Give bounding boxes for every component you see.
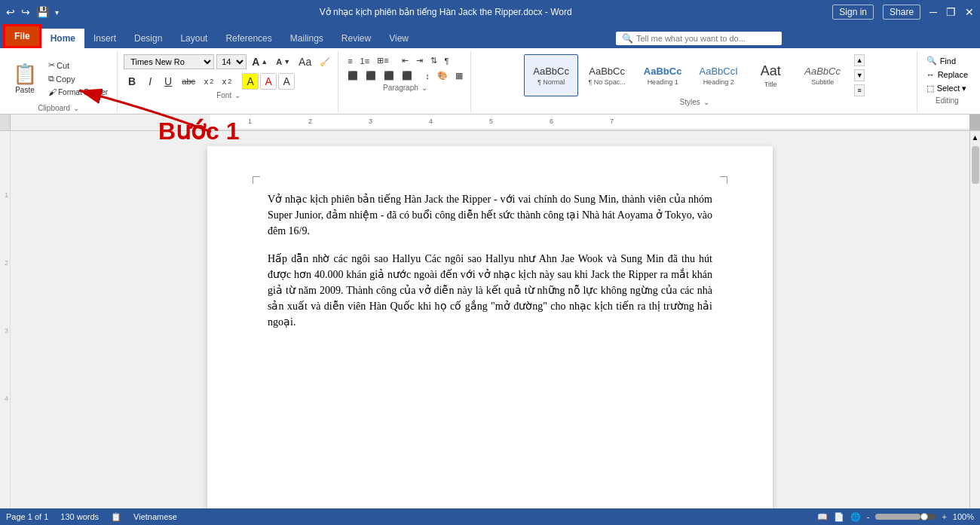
minimize-icon[interactable]: ─ [929,6,937,18]
undo-icon[interactable]: ↩ [6,6,15,18]
font-expand-icon[interactable]: ⌄ [234,91,240,99]
ribbon-search-input[interactable] [636,34,776,43]
clipboard-items: 📋 Paste ✂ Cut ⧉ Copy 🖌 Format Painter [6,54,111,102]
style-heading1[interactable]: AaBbCc Heading 1 [635,54,690,96]
styles-scroll-down[interactable]: ▼ [854,69,865,81]
line-spacing-button[interactable]: ↕ [422,70,433,82]
strikethrough-button[interactable]: abc [178,73,199,90]
svg-text:2: 2 [308,118,312,125]
paragraph-1: Vở nhạc kịch phiên bản tiếng Hàn Jack th… [268,191,712,239]
tab-layout[interactable]: Layout [171,29,216,48]
doc-page-area: Vở nhạc kịch phiên bản tiếng Hàn Jack th… [11,131,969,525]
change-case-button[interactable]: Aa [296,54,314,69]
align-center-button[interactable]: ⬛ [363,69,379,82]
copy-button[interactable]: ⧉ Copy [45,72,111,85]
sort-button[interactable]: ⇅ [427,54,440,67]
document-page[interactable]: Vở nhạc kịch phiên bản tiếng Hàn Jack th… [207,146,773,523]
numbering-button[interactable]: 1≡ [357,55,373,67]
format-painter-icon: 🖌 [48,87,57,96]
group-font: Times New Ro 14 A ▲ A ▼ Aa [119,51,338,112]
search-icon: 🔍 [622,33,633,44]
scroll-up-arrow[interactable]: ▲ [970,131,981,143]
view-read-icon[interactable]: 📖 [817,512,828,522]
replace-button[interactable]: ↔ Replace [923,69,971,81]
select-icon: ⬚ [926,84,934,93]
select-button[interactable]: ⬚ Select ▾ [923,82,971,95]
close-icon[interactable]: ✕ [965,6,974,18]
clipboard-expand-icon[interactable]: ⌄ [73,104,79,112]
font-family-select[interactable]: Times New Ro [124,54,214,69]
paste-button[interactable]: 📋 Paste [6,54,44,102]
view-web-icon[interactable]: 🌐 [850,512,861,522]
grow-icon: A [252,56,259,68]
styles-scroll-up[interactable]: ▲ [854,54,865,66]
shading-button[interactable]: 🎨 [434,69,451,82]
text-highlight-button[interactable]: A [242,73,259,90]
zoom-slider-thumb[interactable] [920,513,928,520]
multilevel-button[interactable]: ⊞≡ [374,54,391,67]
sign-in-btn[interactable]: Sign in [832,5,874,20]
shrink-font-button[interactable]: A ▼ [273,56,293,68]
font-group-label: Font ⌄ [124,91,333,99]
select-label: Select ▾ [937,84,967,93]
group-clipboard: 📋 Paste ✂ Cut ⧉ Copy 🖌 Format Painter [3,51,118,112]
subscript-button[interactable]: x2 [201,73,217,90]
increase-indent-button[interactable]: ⇥ [413,54,426,67]
style-subtitle[interactable]: AaBbCc Subtitle [795,54,850,96]
tab-review[interactable]: Review [332,29,380,48]
bullets-button[interactable]: ≡ [345,55,355,67]
zoom-out-button[interactable]: - [867,512,870,521]
style-normal[interactable]: AaBbCc ¶ Normal [524,54,578,96]
italic-button[interactable]: I [142,73,158,90]
replace-icon: ↔ [926,70,935,79]
tab-mailings[interactable]: Mailings [281,29,332,48]
title-bar-right: Sign in Share ─ ❐ ✕ [832,5,974,20]
styles-more[interactable]: ≡ [854,84,865,96]
style-title[interactable]: Aat Title [747,54,794,96]
cut-button[interactable]: ✂ Cut [45,59,111,72]
tab-file[interactable]: File [3,24,41,48]
shrink-icon: A [276,57,282,66]
restore-icon[interactable]: ❐ [946,6,956,18]
styles-expand-icon[interactable]: ⌄ [703,98,709,106]
save-icon[interactable]: 💾 [36,6,49,18]
show-formatting-button[interactable]: ¶ [442,55,452,67]
style-subtitle-label: Subtitle [811,78,834,86]
font-size-select[interactable]: 14 [216,54,247,69]
font-color-button[interactable]: A [260,73,277,90]
style-title-label: Title [764,81,777,88]
paragraph-expand-icon[interactable]: ⌄ [421,84,427,92]
find-button[interactable]: 🔍 Find [923,54,971,67]
left-ruler: 1 2 3 4 [0,131,11,525]
border-button[interactable]: ▦ [452,69,466,82]
scrollbar-vertical[interactable]: ▲ ▼ [969,131,980,525]
view-layout-icon[interactable]: 📄 [834,512,844,522]
bold-button[interactable]: B [124,73,140,90]
zoom-in-button[interactable]: + [942,512,946,521]
underline-button[interactable]: U [160,73,176,90]
text-effect-button[interactable]: A [278,73,295,90]
grow-font-button[interactable]: A ▲ [249,54,271,69]
align-right-button[interactable]: ⬛ [381,69,397,82]
redo-icon[interactable]: ↪ [21,6,30,18]
group-paragraph: ≡ 1≡ ⊞≡ ⇤ ⇥ ⇅ ¶ ⬛ ⬛ ⬛ ⬛ ↕ 🎨 ▦ [340,51,471,112]
clipboard-right: ✂ Cut ⧉ Copy 🖌 Format Painter [45,54,111,102]
style-normal-label: ¶ Normal [537,78,565,86]
tab-view[interactable]: View [380,29,418,48]
scroll-thumb[interactable] [972,146,979,184]
tab-insert[interactable]: Insert [84,29,125,48]
tab-home[interactable]: Home [41,29,84,48]
svg-text:6: 6 [550,118,553,125]
superscript-button[interactable]: x2 [219,73,235,90]
share-btn[interactable]: Share [883,5,920,20]
tab-design[interactable]: Design [125,29,171,48]
justify-button[interactable]: ⬛ [399,69,415,82]
clear-format-button[interactable]: 🧹 [317,56,333,69]
tab-references[interactable]: References [216,29,280,48]
style-heading2[interactable]: AaBbCcI Heading 2 [691,54,746,96]
align-left-button[interactable]: ⬛ [345,69,361,82]
style-no-spacing[interactable]: AaBbCc ¶ No Spac... [580,54,634,96]
format-painter-button[interactable]: 🖌 Format Painter [45,86,111,98]
style-heading2-label: Heading 2 [703,78,734,86]
decrease-indent-button[interactable]: ⇤ [399,54,412,67]
